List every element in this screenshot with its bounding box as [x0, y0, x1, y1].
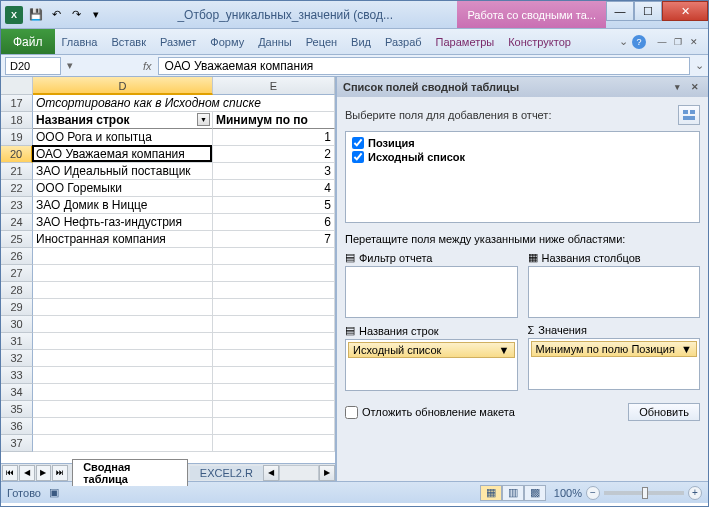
cell[interactable]: 7	[213, 231, 335, 248]
row-header[interactable]: 23	[1, 197, 33, 214]
sheet-nav-first-icon[interactable]: ⏮	[2, 465, 18, 481]
cell[interactable]	[33, 435, 213, 452]
cell[interactable]: ООО Горемыки	[33, 180, 213, 197]
select-all-corner[interactable]	[1, 77, 33, 95]
taskpane-close-icon[interactable]: ✕	[688, 80, 702, 94]
workbook-close-icon[interactable]: ✕	[686, 35, 702, 49]
cell[interactable]	[33, 265, 213, 282]
sheet-nav-next-icon[interactable]: ▶	[36, 465, 52, 481]
cell[interactable]	[213, 401, 335, 418]
redo-icon[interactable]: ↷	[67, 6, 85, 24]
cell[interactable]: ЗАО Домик в Ницце	[33, 197, 213, 214]
hscroll-left-icon[interactable]: ◀	[263, 465, 279, 481]
ribbon-tab-0[interactable]: Главна	[55, 29, 105, 54]
row-header[interactable]: 34	[1, 384, 33, 401]
row-header[interactable]: 33	[1, 367, 33, 384]
cell[interactable]: 5	[213, 197, 335, 214]
sheet-tab-active[interactable]: Сводная таблица	[72, 459, 188, 486]
filter-area[interactable]	[345, 266, 518, 318]
row-header[interactable]: 25	[1, 231, 33, 248]
cell[interactable]: ОАО Уважаемая компания	[33, 146, 213, 163]
row-header[interactable]: 30	[1, 316, 33, 333]
zoom-in-button[interactable]: +	[688, 486, 702, 500]
ribbon-tab-2[interactable]: Размет	[153, 29, 203, 54]
row-header[interactable]: 35	[1, 401, 33, 418]
field-item[interactable]: Исходный список	[350, 150, 695, 164]
hscroll-track[interactable]	[279, 465, 319, 481]
row-header[interactable]: 22	[1, 180, 33, 197]
cell[interactable]	[213, 333, 335, 350]
cell[interactable]: 4	[213, 180, 335, 197]
cell[interactable]: Иностранная компания	[33, 231, 213, 248]
cell[interactable]: ЗАО Идеальный поставщик	[33, 163, 213, 180]
sheet-nav-prev-icon[interactable]: ◀	[19, 465, 35, 481]
cell[interactable]: ООО Рога и копытца	[33, 129, 213, 146]
cell[interactable]: Названия строк▼	[33, 112, 213, 129]
contextual-tab-header[interactable]: Работа со сводными та...	[457, 1, 606, 28]
workbook-minimize-icon[interactable]: —	[654, 35, 670, 49]
cell[interactable]	[33, 401, 213, 418]
cell[interactable]	[33, 316, 213, 333]
cell[interactable]	[33, 367, 213, 384]
row-header[interactable]: 27	[1, 265, 33, 282]
formula-input[interactable]: ОАО Уважаемая компания	[158, 57, 690, 75]
row-header[interactable]: 21	[1, 163, 33, 180]
row-header[interactable]: 37	[1, 435, 33, 452]
cell[interactable]	[33, 282, 213, 299]
cell[interactable]	[33, 384, 213, 401]
row-header[interactable]: 19	[1, 129, 33, 146]
ribbon-tab-6[interactable]: Вид	[344, 29, 378, 54]
field-checkbox[interactable]	[352, 137, 364, 149]
cell[interactable]	[213, 265, 335, 282]
page-layout-view-button[interactable]: ▥	[502, 485, 524, 501]
minimize-button[interactable]: —	[606, 1, 634, 21]
columns-area[interactable]	[528, 266, 701, 318]
cell[interactable]	[213, 384, 335, 401]
rows-area[interactable]: Исходный список▼	[345, 339, 518, 391]
zoom-slider[interactable]	[604, 491, 684, 495]
cell[interactable]	[33, 333, 213, 350]
row-header[interactable]: 24	[1, 214, 33, 231]
filter-dropdown-icon[interactable]: ▼	[197, 113, 210, 126]
workbook-restore-icon[interactable]: ❐	[670, 35, 686, 49]
name-box[interactable]: D20	[5, 57, 61, 75]
row-header[interactable]: 20	[1, 146, 33, 163]
macro-record-icon[interactable]: ▣	[49, 486, 59, 499]
row-header[interactable]: 36	[1, 418, 33, 435]
cell[interactable]: 3	[213, 163, 335, 180]
close-button[interactable]: ✕	[662, 1, 708, 21]
taskpane-dropdown-icon[interactable]: ▾	[670, 80, 684, 94]
ribbon-tab-4[interactable]: Данны	[251, 29, 299, 54]
undo-icon[interactable]: ↶	[47, 6, 65, 24]
col-header-d[interactable]: D	[33, 77, 213, 95]
field-item[interactable]: Позиция	[350, 136, 695, 150]
defer-update-checkbox[interactable]: Отложить обновление макета	[345, 406, 515, 419]
cell[interactable]: ЗАО Нефть-газ-индустрия	[33, 214, 213, 231]
cell[interactable]	[213, 316, 335, 333]
cell[interactable]	[213, 248, 335, 265]
cell[interactable]: 6	[213, 214, 335, 231]
maximize-button[interactable]: ☐	[634, 1, 662, 21]
page-break-view-button[interactable]: ▩	[524, 485, 546, 501]
name-box-dropdown-icon[interactable]: ▾	[63, 59, 77, 72]
cell[interactable]	[213, 282, 335, 299]
cell[interactable]: Минимум по по	[213, 112, 335, 129]
cell[interactable]	[213, 367, 335, 384]
cell[interactable]	[213, 350, 335, 367]
help-icon[interactable]: ?	[632, 35, 646, 49]
sheet-tab-next[interactable]: EXCEL2.R	[190, 466, 263, 480]
cell[interactable]	[33, 418, 213, 435]
chevron-down-icon[interactable]: ▼	[499, 344, 510, 356]
update-button[interactable]: Обновить	[628, 403, 700, 421]
row-header[interactable]: 17	[1, 95, 33, 112]
hscroll-right-icon[interactable]: ▶	[319, 465, 335, 481]
zoom-level[interactable]: 100%	[554, 487, 582, 499]
cell[interactable]	[213, 299, 335, 316]
zoom-out-button[interactable]: −	[586, 486, 600, 500]
qat-customize-icon[interactable]: ▾	[87, 6, 105, 24]
ribbon-tab-3[interactable]: Форму	[203, 29, 251, 54]
zoom-thumb[interactable]	[642, 487, 648, 499]
field-checkbox[interactable]	[352, 151, 364, 163]
cell[interactable]	[213, 435, 335, 452]
row-header[interactable]: 32	[1, 350, 33, 367]
